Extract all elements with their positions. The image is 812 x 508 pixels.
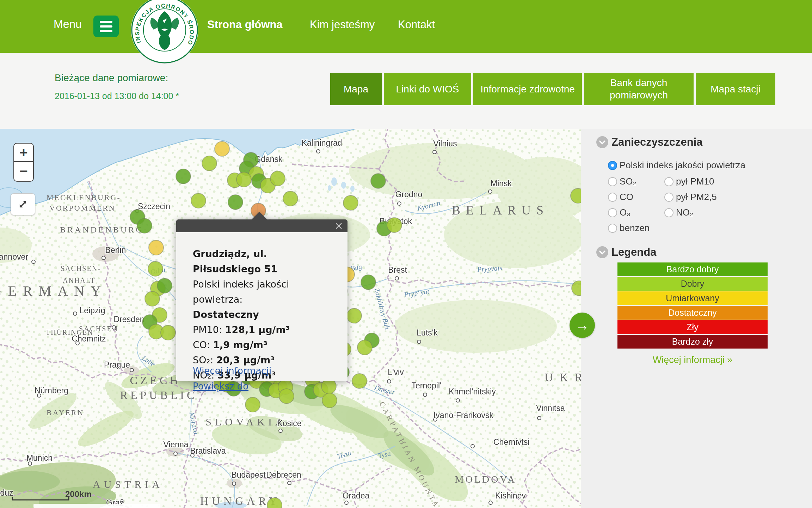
map-region-label: GERMANY	[0, 283, 107, 299]
menu-label[interactable]: Menu	[54, 18, 82, 31]
station-dot[interactable]	[371, 174, 386, 188]
station-dot[interactable]	[352, 374, 367, 388]
map-city-label: Brest	[388, 265, 407, 274]
map-city-label: Luts'k	[417, 328, 438, 337]
radio-icon[interactable]	[608, 193, 617, 202]
station-dot[interactable]	[137, 218, 152, 233]
right-panel: Zanieczyszczenia Polski indeks jakości p…	[581, 129, 812, 508]
radio-icon[interactable]	[664, 208, 673, 217]
map-region-label: SLOVAKIA	[205, 416, 286, 428]
radio-option-no-[interactable]: NO₂	[664, 207, 693, 218]
station-dot[interactable]	[245, 397, 260, 412]
radio-icon[interactable]	[608, 177, 617, 186]
map-city-label: Budapest	[231, 470, 266, 479]
map-city-marker	[316, 150, 320, 153]
map-city-label: Vinnitsa	[536, 404, 565, 413]
nav-kontakt[interactable]: Kontakt	[398, 18, 435, 31]
map-city-label: Vilnius	[433, 139, 457, 148]
legend-item: Zły	[617, 320, 768, 334]
map-region-label: SACHSEN-	[61, 265, 101, 272]
panel-collapse-arrow-button[interactable]: →	[570, 313, 595, 338]
map-city-label: Nürnberg	[35, 386, 68, 395]
map-attribution	[33, 504, 160, 508]
more-info-link[interactable]: Więcej informacji	[193, 363, 271, 379]
zoom-out-button[interactable]: −	[14, 162, 33, 180]
radio-icon[interactable]	[664, 193, 673, 202]
station-dot[interactable]	[283, 191, 298, 206]
map-city-label: Kosice	[277, 419, 301, 428]
station-dot[interactable]	[387, 218, 402, 232]
radio-label: NO₂	[676, 207, 693, 218]
map-city-marker	[488, 190, 492, 193]
station-dot[interactable]	[145, 291, 160, 306]
station-dot[interactable]	[322, 393, 337, 408]
map-city-label: Debrecen	[266, 470, 301, 479]
map-city-label: Chemnitz	[72, 334, 106, 343]
close-icon[interactable]: ×	[334, 220, 343, 232]
nav-strona-glowna[interactable]: Strona główna	[207, 18, 283, 31]
radio-option-co[interactable]: CO	[608, 192, 633, 202]
radio-option-benzen[interactable]: benzen	[608, 223, 650, 234]
map-region-label: ANHALT	[63, 277, 95, 284]
zoom-to-link[interactable]: Powiększ do	[193, 379, 248, 394]
map-city-marker	[102, 256, 105, 260]
station-dot[interactable]	[270, 171, 285, 186]
station-dot[interactable]	[343, 195, 358, 210]
map-region-label: MOLDOVA	[455, 474, 517, 485]
popup-pointer	[251, 212, 267, 220]
radio-icon[interactable]	[608, 161, 617, 170]
right-arrow-icon: →	[575, 318, 589, 332]
hamburger-menu-button[interactable]	[93, 16, 119, 37]
station-dot[interactable]	[215, 141, 229, 156]
gios-logo[interactable]: INSPEKCJA OCHRONY ŚRODOWISKA	[130, 0, 199, 64]
measurement-row: CO: 1,9 mg/m³	[193, 337, 337, 352]
station-dot[interactable]	[361, 275, 376, 290]
station-dot[interactable]	[148, 261, 163, 276]
radio-icon[interactable]	[608, 208, 617, 217]
radio-icon[interactable]	[608, 224, 617, 233]
fullscreen-button[interactable]	[11, 193, 35, 215]
legend-section-header[interactable]: Legenda	[596, 246, 656, 259]
station-dot[interactable]	[347, 308, 362, 323]
legend-item: Dobry	[617, 277, 768, 291]
hamburger-icon	[100, 21, 112, 23]
tab-linki-do-wio-[interactable]: Linki do WIOŚ	[384, 73, 471, 105]
pollutants-section-header[interactable]: Zanieczyszczenia	[596, 136, 702, 149]
map-city-label: Berlin	[105, 246, 126, 255]
station-dot[interactable]	[191, 193, 206, 208]
radio-option-py-pm2-5[interactable]: pył PM2,5	[664, 192, 717, 202]
station-dot[interactable]	[161, 325, 176, 340]
nav-kim-jestesmy[interactable]: Kim jesteśmy	[310, 18, 375, 31]
current-data-date: 2016-01-13 od 13:00 do 14:00 *	[55, 91, 179, 101]
map-city-marker	[232, 482, 236, 485]
station-dot[interactable]	[236, 172, 251, 187]
radio-label: pył PM2,5	[676, 192, 717, 202]
radio-icon[interactable]	[664, 177, 673, 186]
station-dot[interactable]	[157, 278, 172, 293]
radio-label: CO	[620, 192, 633, 202]
map-city-label: Dresden	[114, 315, 144, 324]
tab-mapa[interactable]: Mapa	[330, 73, 382, 105]
station-dot[interactable]	[149, 240, 164, 255]
map-city-label: Vienna	[163, 440, 188, 449]
zoom-in-button[interactable]: +	[14, 144, 33, 162]
tab-informacje-zdrowotne[interactable]: Informacje zdrowotne	[473, 73, 582, 105]
station-name: Grudziądz, ul. Piłsudskiego 51	[193, 246, 337, 277]
map-city-marker	[32, 260, 35, 264]
legend-more-link[interactable]: Więcej informacji »	[617, 355, 768, 365]
legend-item: Dostateczny	[617, 306, 768, 320]
map-region-label: REPUBLIC	[120, 389, 197, 401]
tab-bank-danych-pomiarowych[interactable]: Bank danych pomiarowych	[584, 73, 694, 105]
tab-mapa-stacji[interactable]: Mapa stacji	[696, 73, 775, 105]
legend-item: Bardzo zły	[617, 335, 768, 349]
station-dot[interactable]	[202, 156, 217, 171]
station-dot[interactable]	[279, 389, 294, 404]
station-dot[interactable]	[176, 169, 191, 184]
station-dot[interactable]	[357, 340, 372, 355]
radio-option-o-[interactable]: O₃	[608, 207, 630, 218]
radio-option-so-[interactable]: SO₂	[608, 176, 636, 187]
station-dot[interactable]	[228, 195, 243, 210]
radio-option-py-pm10[interactable]: pył PM10	[664, 176, 714, 187]
radio-option-polski-indeks[interactable]: Polski indeks jakości powietrza	[608, 160, 745, 171]
map-city-marker	[387, 380, 391, 383]
